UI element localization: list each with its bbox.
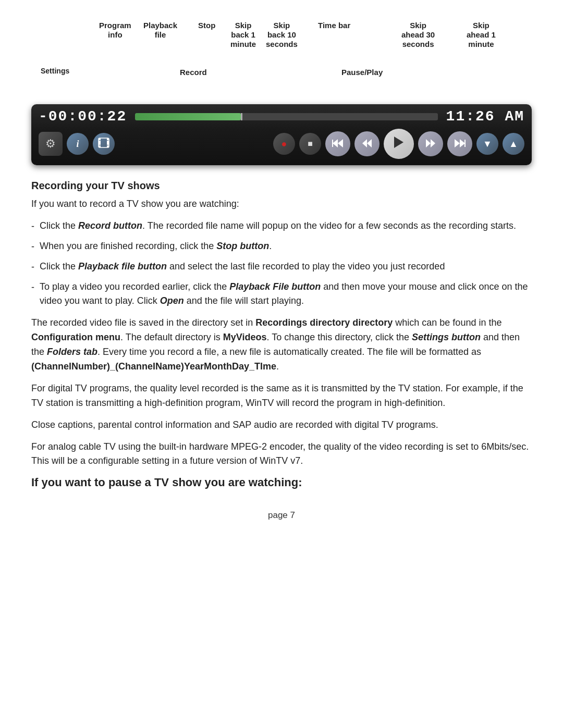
list-item: - Click the Playback file button and sel…: [31, 260, 532, 275]
svg-marker-10: [362, 139, 367, 147]
para-recordings-dir: The recorded video file is saved in the …: [31, 316, 532, 374]
channel-up-button[interactable]: ▲: [503, 133, 524, 155]
open-label: Open: [160, 295, 184, 306]
svg-marker-16: [455, 139, 460, 147]
program-info-button[interactable]: i: [67, 133, 89, 155]
record-icon: ●: [282, 139, 287, 150]
svg-rect-6: [107, 141, 109, 145]
svg-marker-12: [394, 137, 403, 148]
svg-rect-17: [464, 140, 466, 147]
label-time-bar: Time bar: [318, 21, 350, 30]
svg-marker-11: [367, 139, 372, 147]
bullet-dash: -: [31, 219, 34, 234]
bullet-dash: -: [31, 239, 34, 254]
config-menu-label: Configuration menu: [31, 332, 120, 342]
skip-back-1min-icon: [332, 138, 344, 150]
progress-bar: [135, 113, 437, 120]
skip-ahead-30sec-icon: [425, 138, 436, 150]
info-icon: i: [76, 139, 79, 150]
time-display: -00:00:22: [39, 108, 127, 125]
label-skip-ahead30: Skipahead 30seconds: [401, 21, 435, 49]
para-captions: Close captions, parental control informa…: [31, 418, 532, 433]
player-buttons-row: ⚙ i: [39, 129, 524, 159]
labels-top: Settings Programinfo Playbackfile Stop R…: [31, 21, 532, 104]
svg-marker-14: [426, 139, 431, 147]
play-icon: [393, 136, 405, 152]
label-settings: Settings: [41, 67, 69, 76]
play-pause-button[interactable]: [384, 129, 414, 159]
bullet-text-3: Click the Playback file button and selec…: [40, 260, 445, 275]
record-button-label: Record button: [78, 220, 142, 231]
recordings-dir-label: Recordings directory direc­tory: [255, 317, 393, 328]
clock-display: 11:26 AM: [446, 108, 524, 125]
label-record: Record: [180, 68, 207, 77]
svg-rect-3: [99, 145, 101, 147]
svg-marker-8: [338, 139, 343, 147]
folders-tab-label: Folders tab: [47, 347, 97, 357]
playback-file-button-label: Playback file button: [78, 261, 167, 272]
svg-marker-15: [460, 139, 465, 147]
bullet-dash: -: [31, 260, 34, 275]
bullet-text-2: When you are finished recording, click t…: [40, 239, 272, 254]
diagram-container: Settings Programinfo Playbackfile Stop R…: [31, 21, 532, 165]
section-heading: Recording your TV shows: [31, 180, 532, 192]
chevron-down-icon: ▼: [483, 139, 492, 150]
label-playback-file: Playbackfile: [143, 21, 177, 40]
channel-down-button[interactable]: ▼: [476, 133, 498, 155]
svg-rect-2: [107, 138, 109, 140]
player-bar: -00:00:22 11:26 AM ⚙ i: [31, 104, 532, 165]
record-button[interactable]: ●: [273, 133, 295, 155]
file-icon: [98, 138, 109, 150]
myvideos-label: MyVideos: [223, 332, 267, 342]
label-pause-play: Pause/Play: [341, 68, 383, 77]
settings-button[interactable]: ⚙: [39, 132, 63, 156]
stop-button-label: Stop button: [216, 241, 269, 251]
section2-heading: If you want to pause a TV show you are w…: [31, 476, 532, 489]
playback-file-button-label-2: Playback File button: [229, 281, 321, 292]
settings-button-label: Settings button: [412, 332, 481, 342]
label-program-info: Programinfo: [99, 21, 131, 40]
player-top-row: -00:00:22 11:26 AM: [39, 108, 524, 125]
bullet-text-1: Click the Record button. The recorded fi…: [40, 219, 516, 234]
skip-ahead-1min-icon: [454, 138, 466, 150]
para-analog: For analog cable TV using the built-in h…: [31, 440, 532, 469]
bullet-text-4: To play a video you recorded earlier, cl…: [40, 280, 532, 309]
skip-back-10sec-button[interactable]: [354, 131, 380, 156]
skip-ahead-1min-button[interactable]: [447, 131, 472, 156]
bullet-list: - Click the Record button. The recorded …: [31, 219, 532, 309]
svg-marker-7: [333, 139, 338, 147]
svg-marker-13: [431, 139, 435, 147]
para-digital-tv: For digital TV programs, the quality lev…: [31, 381, 532, 411]
stop-button[interactable]: ■: [299, 133, 321, 155]
skip-back-10sec-icon: [362, 138, 372, 150]
list-item: - When you are finished recording, click…: [31, 239, 532, 254]
page-footer: page 7: [31, 510, 532, 521]
svg-rect-5: [99, 141, 101, 145]
gear-icon: ⚙: [45, 137, 56, 151]
intro-paragraph: If you want to record a TV show you are …: [31, 197, 532, 212]
svg-rect-9: [332, 140, 333, 147]
label-skip-ahead1: Skipahead 1minute: [467, 21, 496, 49]
format-label: (ChannelNumber)_(ChannelName)YearMonthDa…: [31, 361, 276, 372]
svg-rect-4: [107, 145, 109, 147]
list-item: - Click the Record button. The recorded …: [31, 219, 532, 234]
progress-marker: [241, 113, 242, 120]
svg-rect-1: [99, 138, 101, 140]
stop-icon: ■: [308, 139, 313, 149]
label-skip-back1: Skipback 1minute: [230, 21, 256, 49]
progress-fill: [135, 113, 241, 120]
playback-file-button[interactable]: [93, 133, 115, 155]
skip-back-1min-button[interactable]: [325, 131, 350, 156]
page-number: page 7: [268, 510, 295, 520]
skip-ahead-30sec-button[interactable]: [418, 131, 443, 156]
label-skip-back10: Skipback 10seconds: [266, 21, 298, 49]
label-stop: Stop: [198, 21, 215, 30]
list-item: - To play a video you recorded earlier, …: [31, 280, 532, 309]
chevron-up-icon: ▲: [509, 139, 518, 150]
bullet-dash: -: [31, 280, 34, 309]
